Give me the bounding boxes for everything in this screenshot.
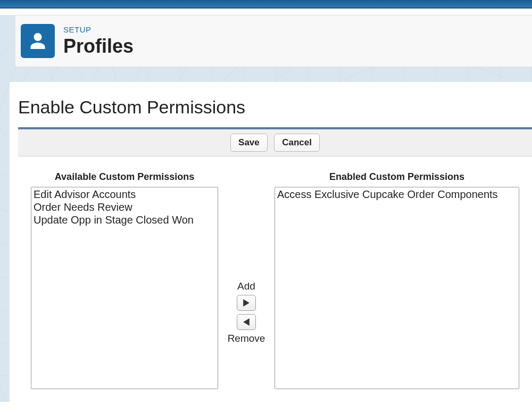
remove-label: Remove: [228, 333, 265, 344]
section-heading: Enable Custom Permissions: [18, 97, 532, 118]
list-item[interactable]: Update Opp in Stage Closed Won: [32, 214, 217, 227]
header-card: SETUP Profiles: [15, 15, 532, 67]
page-title: Profiles: [63, 35, 134, 57]
list-item[interactable]: Edit Advisor Accounts: [32, 188, 217, 201]
dual-listbox: Available Custom Permissions Edit Adviso…: [18, 156, 532, 402]
list-item[interactable]: Access Exclusive Cupcake Order Component…: [276, 188, 518, 201]
enabled-title: Enabled Custom Permissions: [329, 171, 464, 183]
transfer-controls: Add Remove: [226, 171, 267, 389]
profiles-icon: [21, 24, 55, 58]
add-label: Add: [237, 281, 255, 292]
enabled-column: Enabled Custom Permissions Access Exclus…: [275, 171, 519, 389]
available-permissions-list[interactable]: Edit Advisor AccountsOrder Needs ReviewU…: [31, 187, 218, 389]
cancel-button[interactable]: Cancel: [274, 134, 320, 152]
header-region: SETUP Profiles Enable Custom Permissions…: [0, 15, 532, 402]
save-button[interactable]: Save: [230, 134, 268, 152]
enabled-permissions-list[interactable]: Access Exclusive Cupcake Order Component…: [275, 187, 519, 389]
add-button[interactable]: [237, 295, 256, 311]
content: Enable Custom Permissions Save Cancel Av…: [10, 82, 532, 402]
available-title: Available Custom Permissions: [55, 171, 194, 183]
app-topbar: [0, 0, 532, 9]
toolbar: Save Cancel: [18, 129, 532, 156]
remove-button[interactable]: [237, 314, 256, 330]
list-item[interactable]: Order Needs Review: [32, 201, 217, 214]
panel: Save Cancel Available Custom Permissions…: [18, 127, 532, 402]
header-text: SETUP Profiles: [63, 25, 134, 57]
breadcrumb: SETUP: [63, 25, 134, 34]
available-column: Available Custom Permissions Edit Adviso…: [31, 171, 218, 389]
